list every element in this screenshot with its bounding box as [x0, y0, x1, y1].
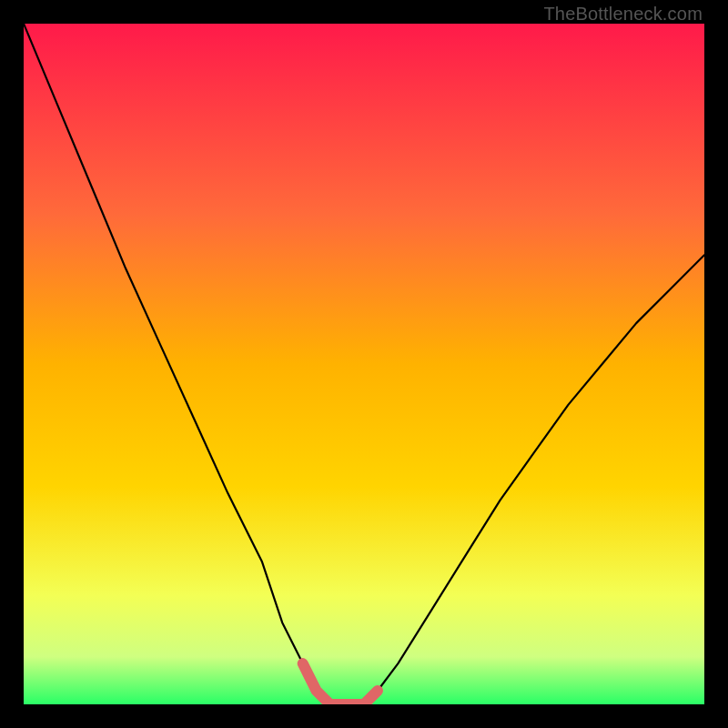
chart-frame: TheBottleneck.com — [0, 0, 728, 728]
plot-area — [24, 24, 704, 704]
watermark-text: TheBottleneck.com — [543, 4, 703, 25]
bottleneck-chart — [24, 24, 704, 704]
